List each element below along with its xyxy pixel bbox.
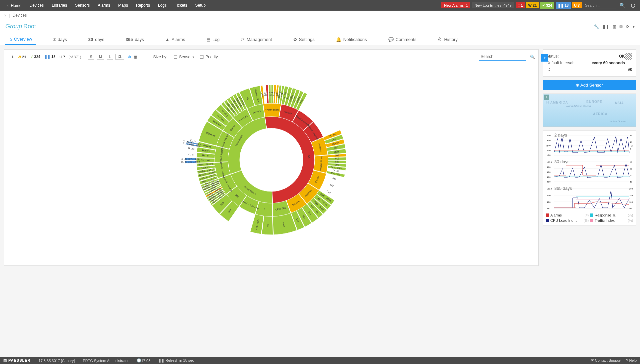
sunburst-chart[interactable]: 0x1Probe DeviceLocal ProbeHyperV HostsHy… bbox=[178, 67, 365, 253]
status-panel: Status:OK Default Interval:every 60 seco… bbox=[543, 49, 636, 77]
svg-text:100: 100 bbox=[629, 201, 633, 203]
sunburst-search-input[interactable] bbox=[479, 53, 526, 61]
svg-text:80,0: 80,0 bbox=[547, 166, 551, 168]
global-search-input[interactable] bbox=[583, 2, 616, 9]
new-log-badge[interactable]: New Log Entries 4949 bbox=[472, 2, 514, 8]
of-total: (of 371) bbox=[68, 55, 81, 59]
breadcrumb-devices[interactable]: Devices bbox=[13, 13, 27, 18]
view-grid-icon[interactable]: ▦ bbox=[133, 55, 137, 59]
mini-chart-365days[interactable]: 365 days 100,060,040,00,0 20015010050 bbox=[544, 185, 634, 212]
group-label: Group bbox=[5, 23, 22, 30]
size-xl[interactable]: XL bbox=[115, 54, 124, 60]
svg-text:Clo…Wa: Clo…Wa bbox=[201, 159, 210, 161]
status-up-badge[interactable]: ✓ 324 bbox=[540, 2, 554, 9]
tab-overview[interactable]: ⌂Overview bbox=[5, 34, 36, 45]
svg-text:20,0: 20,0 bbox=[547, 150, 551, 152]
tab-management[interactable]: ⇄Management bbox=[237, 34, 276, 45]
nav-setup[interactable]: Setup bbox=[191, 0, 210, 11]
map-zoom-icon[interactable]: + bbox=[544, 95, 549, 100]
svg-text:5: 5 bbox=[630, 148, 631, 150]
svg-text:60,0: 60,0 bbox=[547, 171, 551, 173]
sunburst-toolbar: 1 21 324 18 7 (of 371) S M L XL ❄▦ Size … bbox=[8, 53, 535, 63]
pause-icon[interactable]: ❚❚ bbox=[602, 24, 609, 29]
svg-text:10: 10 bbox=[630, 141, 632, 143]
mini-chart-2days[interactable]: 2 days 50,040,030,020,010,0 15105 %# bbox=[544, 132, 634, 159]
refresh-icon[interactable]: ⟳ bbox=[626, 24, 629, 29]
map-thumbnail[interactable]: + H AMERICA EUROPE ASIA AFRICA North Atl… bbox=[543, 94, 636, 127]
svg-text:40,0: 40,0 bbox=[547, 176, 551, 178]
size-s[interactable]: S bbox=[88, 54, 95, 60]
svg-text:10: 10 bbox=[630, 181, 632, 183]
status-warn-badge[interactable]: W 21 bbox=[526, 2, 539, 8]
filter-down[interactable]: 1 bbox=[8, 54, 14, 60]
svg-text:013: 013 bbox=[268, 92, 271, 96]
page-title-row: Group Root 🔧 ❚❚ ▥ ✉ ⟳ ▾ bbox=[0, 20, 640, 30]
power-icon[interactable]: ⏻ bbox=[629, 3, 637, 8]
home-icon[interactable] bbox=[3, 13, 6, 18]
mail-icon[interactable]: ✉ bbox=[619, 24, 623, 29]
size-by-sensors[interactable]: Sensors bbox=[173, 54, 194, 60]
nav-alarms[interactable]: Alarms bbox=[94, 0, 114, 11]
nav-home[interactable]: Home bbox=[3, 0, 25, 11]
filter-unusual[interactable]: 7 bbox=[59, 54, 66, 60]
tab-2days[interactable]: 2days bbox=[49, 34, 71, 45]
status-paused-badge[interactable]: ❚❚ 18 bbox=[556, 2, 571, 9]
svg-text:30: 30 bbox=[630, 168, 632, 170]
filter-up[interactable]: 324 bbox=[30, 54, 41, 60]
nav-logs[interactable]: Logs bbox=[154, 0, 171, 11]
filter-warn[interactable]: 21 bbox=[17, 54, 27, 60]
svg-text:10,0: 10,0 bbox=[547, 154, 551, 156]
svg-text:095: 095 bbox=[335, 163, 339, 166]
status-down-badge[interactable]: ‼ 1 bbox=[516, 2, 525, 8]
tab-alarms[interactable]: ▲Alarms bbox=[161, 34, 189, 45]
nav-tickets[interactable]: Tickets bbox=[171, 0, 191, 11]
tab-30days[interactable]: 30days bbox=[84, 34, 108, 45]
svg-text:C…ts Devi…ation: C…ts Devi…ation bbox=[181, 161, 200, 163]
nav-maps[interactable]: Maps bbox=[114, 0, 132, 11]
svg-text:60,0: 60,0 bbox=[547, 194, 551, 196]
title-actions: 🔧 ❚❚ ▥ ✉ ⟳ ▾ bbox=[594, 24, 635, 29]
view-sunburst-icon[interactable]: ❄ bbox=[128, 55, 131, 59]
chart-icon[interactable]: ▥ bbox=[612, 24, 616, 29]
mini-chart-30days[interactable]: 30 days 100,080,060,040,020,0 40302010 bbox=[544, 159, 634, 185]
search-icon[interactable]: 🔍 bbox=[530, 55, 535, 59]
filter-paused[interactable]: 18 bbox=[44, 54, 56, 60]
size-l[interactable]: L bbox=[107, 54, 113, 60]
svg-text:007: 007 bbox=[335, 154, 339, 157]
new-alarms-badge[interactable]: New Alarms 1 bbox=[441, 2, 470, 8]
svg-text:40,0: 40,0 bbox=[547, 140, 551, 142]
tab-log[interactable]: ▤Log bbox=[202, 34, 224, 45]
svg-text:V…rs: V…rs bbox=[188, 153, 194, 156]
tab-notifications[interactable]: 🔔Notifications bbox=[332, 34, 371, 45]
dropdown-icon[interactable]: ▾ bbox=[633, 24, 635, 29]
svg-text:20,0: 20,0 bbox=[547, 181, 551, 183]
add-sensor-button[interactable]: Add Sensor bbox=[543, 80, 636, 90]
svg-text:01: 01 bbox=[266, 224, 269, 227]
tab-settings[interactable]: ✿Settings bbox=[289, 34, 319, 45]
breadcrumb: | Devices bbox=[0, 11, 640, 20]
tab-comments[interactable]: 💬Comments bbox=[384, 34, 421, 45]
nav-sensors[interactable]: Sensors bbox=[71, 0, 94, 11]
svg-text:100,0: 100,0 bbox=[547, 161, 552, 163]
size-by-priority[interactable]: Priority bbox=[200, 54, 218, 60]
svg-text:40,0: 40,0 bbox=[547, 201, 551, 203]
status-unusual-badge[interactable]: U 7 bbox=[572, 2, 582, 8]
sunburst-panel: 1 21 324 18 7 (of 371) S M L XL ❄▦ Size … bbox=[4, 49, 539, 266]
chart-legend: Alarms(#) Response Ti…(%) CPU Load Ind…(… bbox=[544, 212, 634, 224]
tab-history[interactable]: ⏱History bbox=[434, 34, 461, 45]
svg-text:20: 20 bbox=[630, 175, 632, 177]
svg-text:150: 150 bbox=[629, 194, 633, 196]
search-icon[interactable]: 🔍 bbox=[618, 3, 627, 8]
wrench-icon[interactable]: 🔧 bbox=[594, 24, 599, 29]
qr-icon[interactable] bbox=[625, 53, 632, 60]
add-button[interactable]: + bbox=[541, 54, 548, 62]
svg-text:#: # bbox=[631, 145, 633, 147]
nav-devices[interactable]: Devices bbox=[25, 0, 48, 11]
size-m[interactable]: M bbox=[97, 54, 104, 60]
svg-text:100,0: 100,0 bbox=[547, 188, 552, 190]
tab-365days[interactable]: 365days bbox=[122, 34, 148, 45]
nav-reports[interactable]: Reports bbox=[132, 0, 154, 11]
svg-text:026: 026 bbox=[335, 161, 339, 163]
svg-text:a…ts Devi…ation: a…ts Devi…ation bbox=[181, 158, 200, 160]
nav-libraries[interactable]: Libraries bbox=[48, 0, 71, 11]
